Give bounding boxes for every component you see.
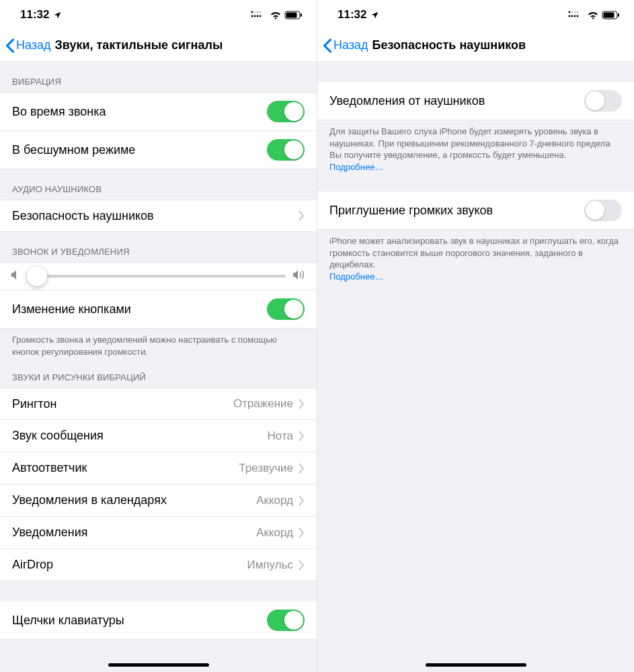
section-header-ringer: ЗВОНОК И УВЕДОМЛЕНИЯ (0, 232, 317, 262)
status-bar: 11:32 (0, 0, 317, 30)
back-label: Назад (16, 38, 51, 52)
svg-point-6 (257, 15, 259, 17)
footer-reduce-loud-sounds: iPhone может анализировать звук в наушни… (317, 230, 634, 289)
row-value: Импульс (247, 558, 293, 572)
svg-point-11 (569, 11, 571, 13)
content-scroll[interactable]: Уведомления от наушников Для защиты Ваше… (317, 62, 634, 672)
svg-point-0 (251, 11, 253, 13)
row-label: AirDrop (12, 558, 247, 572)
status-time: 11:32 (20, 8, 49, 22)
svg-point-18 (577, 15, 579, 17)
learn-more-link[interactable]: Подробнее… (329, 162, 383, 172)
row-airdrop[interactable]: AirDrop Импульс (0, 549, 317, 581)
row-headphone-safety[interactable]: Безопасность наушников (0, 200, 317, 232)
section-header-sounds: ЗВУКИ И РИСУНКИ ВИБРАЦИЙ (0, 364, 317, 388)
row-reduce-loud-sounds[interactable]: Приглушение громких звуков (317, 192, 634, 230)
switch-vibrate-on-ring[interactable] (267, 101, 305, 122)
back-button[interactable]: Назад (5, 38, 51, 53)
row-ringtone[interactable]: Рингтон Отражение (0, 388, 317, 420)
svg-rect-20 (604, 12, 615, 17)
speaker-high-icon (292, 269, 306, 283)
footer-ringer: Громкость звонка и уведомлений можно нас… (0, 329, 317, 364)
row-value: Трезвучие (239, 462, 293, 475)
row-label: Щелчки клавиатуры (12, 614, 267, 628)
svg-point-7 (260, 15, 262, 17)
svg-point-16 (571, 15, 573, 17)
row-label: Безопасность наушников (12, 209, 299, 223)
row-reminders[interactable]: Уведомления Аккорд (0, 517, 317, 549)
row-label: Рингтон (12, 397, 233, 411)
battery-icon (284, 11, 303, 19)
chevron-right-icon (299, 463, 305, 474)
row-keyboard-clicks[interactable]: Щелчки клавиатуры (0, 601, 317, 640)
chevron-right-icon (299, 528, 305, 538)
switch-vibrate-on-silent[interactable] (267, 139, 305, 161)
row-change-with-buttons[interactable]: Изменение кнопками (0, 290, 317, 329)
chevron-right-icon (299, 495, 305, 506)
row-voicemail[interactable]: Автоответчик Трезвучие (0, 452, 317, 485)
dual-signal-icon (251, 11, 267, 19)
row-label: Приглушение громких звуков (329, 204, 584, 218)
row-label: Звук сообщения (12, 429, 268, 443)
row-label: Уведомления (12, 526, 256, 540)
footer-text-body: Для защиты Вашего слуха iPhone будет изм… (329, 126, 610, 160)
row-label: Уведомления от наушников (329, 94, 584, 108)
row-value: Отражение (233, 397, 293, 411)
svg-point-15 (569, 15, 571, 17)
content-scroll[interactable]: ВИБРАЦИЯ Во время звонка В бесшумном реж… (0, 62, 317, 672)
svg-point-12 (571, 11, 573, 13)
chevron-right-icon (299, 210, 305, 221)
chevron-right-icon (299, 398, 305, 409)
row-value: Нота (268, 429, 293, 443)
status-bar: 11:32 (317, 0, 634, 30)
wifi-icon (587, 11, 599, 19)
row-headphone-notifications[interactable]: Уведомления от наушников (317, 82, 634, 120)
volume-slider[interactable] (27, 275, 286, 278)
row-label: Автоответчик (12, 461, 239, 475)
switch-reduce-loud-sounds[interactable] (584, 200, 622, 221)
svg-rect-9 (286, 12, 297, 17)
switch-headphone-notifications[interactable] (584, 90, 622, 112)
location-icon (53, 11, 62, 19)
section-header-vibration: ВИБРАЦИЯ (0, 62, 317, 92)
nav-title: Безопасность наушников (372, 38, 526, 52)
status-time: 11:32 (338, 8, 366, 22)
slider-thumb[interactable] (27, 266, 47, 286)
footer-text-body: iPhone может анализировать звук в наушни… (329, 236, 619, 269)
dual-signal-icon (568, 11, 584, 19)
row-label: Во время звонка (12, 105, 267, 119)
row-text-tone[interactable]: Звук сообщения Нота (0, 420, 317, 452)
row-volume-slider (0, 262, 317, 290)
screen-headphone-safety: 11:32 Назад Безопасность нау (317, 0, 634, 672)
row-label: Изменение кнопками (12, 302, 267, 317)
row-calendar[interactable]: Уведомления в календарях Аккорд (0, 485, 317, 517)
svg-point-3 (260, 11, 262, 13)
chevron-right-icon (299, 560, 305, 571)
svg-point-1 (254, 11, 256, 13)
switch-change-with-buttons[interactable] (267, 298, 305, 320)
screen-sounds-haptics: 11:32 Назад Звуки, тактильны (0, 0, 317, 672)
svg-point-5 (254, 15, 256, 17)
svg-point-14 (577, 11, 579, 13)
section-header-headphone-audio: АУДИО НАУШНИКОВ (0, 169, 317, 200)
back-button[interactable]: Назад (323, 38, 368, 53)
nav-bar: Назад Звуки, тактильные сигналы (0, 30, 317, 62)
switch-keyboard-clicks[interactable] (267, 610, 305, 631)
nav-bar: Назад Безопасность наушников (317, 30, 634, 62)
row-value: Аккорд (256, 494, 293, 507)
row-vibrate-on-ring[interactable]: Во время звонка (0, 92, 317, 131)
battery-icon (602, 11, 621, 19)
svg-point-13 (574, 11, 576, 13)
home-indicator[interactable] (426, 663, 526, 667)
row-vibrate-on-silent[interactable]: В бесшумном режиме (0, 131, 317, 169)
svg-point-17 (574, 15, 576, 17)
location-icon (370, 11, 379, 19)
wifi-icon (270, 11, 282, 19)
chevron-right-icon (299, 431, 305, 442)
home-indicator[interactable] (108, 663, 209, 667)
row-label: Уведомления в календарях (12, 493, 256, 507)
row-value: Аккорд (256, 526, 293, 540)
svg-point-2 (257, 11, 259, 13)
svg-point-4 (251, 15, 253, 17)
learn-more-link[interactable]: Подробнее… (329, 271, 383, 282)
